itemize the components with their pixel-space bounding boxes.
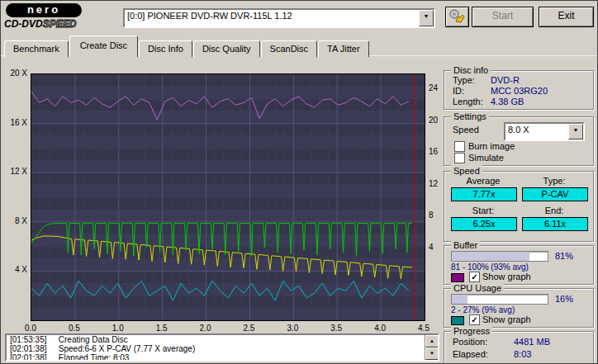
start-speed-label: Start: [451, 206, 515, 216]
speed-title: Speed [451, 165, 482, 177]
cpu-show-graph-label: Show graph [482, 314, 531, 325]
buffer-bar-fill [452, 252, 529, 261]
tab-ta-jitter[interactable]: TA Jitter [318, 40, 369, 57]
chart-canvas [31, 74, 425, 320]
tab-disc-quality[interactable]: Disc Quality [193, 40, 260, 57]
axis-tick-label: 12 [429, 179, 445, 188]
cpu-show-graph-checkbox[interactable]: ✓ [469, 314, 480, 325]
log-scrollbar[interactable]: ▲ ▼ [425, 335, 438, 360]
elapsed-label: Elapsed: [453, 349, 488, 360]
buffer-show-graph-label: Show graph [482, 272, 531, 282]
cpu-group: CPU Usage 16% 2 - 27% (9% avg) ✓ Show gr… [444, 288, 594, 328]
elapsed-value: 8:03 [514, 349, 531, 360]
axis-tick-label: 16 X [2, 118, 27, 127]
log-panel[interactable]: [01:53:35] Creating Data Disc [02:01:38]… [5, 333, 439, 362]
cpu-title: CPU Usage [451, 282, 504, 294]
average-speed-value: 7.77x [451, 187, 517, 201]
axis-tick-label: 0.5 [61, 324, 88, 333]
hand-disc-icon [449, 9, 465, 23]
cpu-color-swatch [451, 316, 464, 325]
buffer-group: Buffer 81% 81 - 100% (93% avg) ✓ Show gr… [444, 245, 594, 285]
axis-tick-label: 1.5 [149, 324, 175, 333]
chart-plot-area [31, 73, 425, 321]
speed-group: Speed Average Type: 7.77x P-CAV Start: E… [444, 171, 594, 242]
tab-benchmark[interactable]: Benchmark [4, 40, 69, 57]
start-button[interactable]: Start [472, 7, 534, 27]
disc-info-title: Disc info [451, 64, 491, 76]
axis-tick-label: 16 [429, 147, 445, 156]
position-label: Position: [453, 337, 487, 347]
scroll-down-icon[interactable]: ▼ [425, 347, 439, 360]
tab-disc-info[interactable]: Disc Info [139, 40, 192, 57]
log-line: [02:01:38] Speed:6-6 X P-CAV (7.77 X ave… [7, 344, 438, 353]
log-time: [02:01:38] [10, 345, 56, 353]
axis-tick-label: 20 X [2, 69, 27, 78]
disc-length-label: Length: [453, 97, 483, 107]
axis-tick-label: 20 [429, 116, 445, 125]
chevron-down-icon[interactable]: ▼ [568, 124, 583, 139]
tab-create-disc[interactable]: Create Disc [69, 35, 138, 57]
axis-tick-label: 2.5 [235, 324, 262, 333]
burn-image-label: Burn image [468, 141, 515, 152]
app-title-solid: CD-DVD [4, 18, 43, 30]
axis-tick-label: 2.0 [192, 324, 219, 333]
disc-id-label: ID: [453, 86, 464, 97]
cpu-percent: 16% [555, 294, 573, 305]
disc-id-value: MCC 03RG20 [491, 86, 548, 97]
scroll-up-icon[interactable]: ▲ [425, 335, 439, 347]
type-label: Type: [522, 176, 586, 187]
app-title-outline: SPEED [43, 18, 77, 30]
progress-title: Progress [451, 325, 492, 337]
settings-group: Settings Speed 8.0 X ▼ Burn image Simula… [444, 116, 594, 166]
tab-scandisc[interactable]: ScanDisc [261, 40, 317, 57]
axis-tick-label: 8 X [2, 216, 27, 225]
settings-title: Settings [451, 111, 489, 122]
log-text: Speed:6-6 X P-CAV (7.77 X average) [59, 344, 195, 353]
average-label: Average [451, 176, 515, 187]
buffer-percent: 81% [555, 251, 573, 262]
axis-tick-label: 4.0 [367, 324, 393, 333]
chevron-down-icon[interactable]: ▼ [419, 10, 434, 26]
axis-tick-label: 8 [429, 210, 445, 220]
start-speed-value: 6.25x [451, 217, 517, 231]
axis-tick-label: 0.0 [17, 324, 44, 333]
disc-type-value: DVD-R [491, 75, 520, 86]
speed-setting-label: Speed [453, 125, 479, 135]
buffer-show-graph-checkbox[interactable]: ✓ [469, 272, 480, 282]
disc-length-value: 4.38 GB [491, 97, 524, 107]
end-speed-value: 6.11x [522, 217, 588, 231]
position-value: 4481 MB [514, 337, 550, 347]
axis-tick-label: 24 [429, 83, 445, 92]
log-time: [01:53:35] [10, 336, 56, 344]
axis-tick-label: 1.0 [105, 324, 131, 333]
log-text: Creating Data Disc [59, 335, 128, 344]
simulate-checkbox[interactable] [454, 153, 465, 163]
burn-image-checkbox[interactable] [454, 141, 465, 152]
disc-info-group: Disc info Type: DVD-R ID: MCC 03RG20 Len… [444, 70, 594, 110]
speed-select[interactable]: 8.0 X ▼ [504, 122, 585, 141]
speed-chart: 20 X16 X12 X8 X4 X24201612840.00.51.01.5… [1, 63, 442, 335]
progress-group: Progress Position: 4481 MB Elapsed: 8:03 [444, 331, 594, 364]
axis-tick-label: 4 X [2, 265, 27, 274]
axis-tick-label: 4.5 [411, 324, 437, 333]
drive-tool-button[interactable] [445, 7, 469, 27]
drive-select-value: [0:0] PIONEER DVD-RW DVR-115L 1.12 [127, 10, 419, 22]
buffer-bar [451, 251, 548, 262]
speed-select-value: 8.0 X [508, 124, 568, 136]
exit-button[interactable]: Exit [539, 7, 594, 27]
log-time: [02:01:38] [10, 354, 56, 362]
end-speed-label: End: [522, 206, 586, 216]
cpu-bar [451, 294, 548, 305]
drive-select[interactable]: [0:0] PIONEER DVD-RW DVR-115L 1.12 ▼ [123, 8, 435, 28]
buffer-color-swatch [451, 273, 464, 282]
cpu-bar-fill [452, 295, 467, 304]
speed-type-value: P-CAV [522, 187, 588, 201]
axis-tick-label: 12 X [2, 167, 27, 176]
axis-tick-label: 4 [429, 243, 445, 252]
disc-type-label: Type: [453, 75, 475, 86]
axis-tick-label: 3.5 [323, 324, 349, 333]
app-window: nero CD-DVDSPEED [0:0] PIONEER DVD-RW DV… [0, 0, 598, 364]
log-text: Elapsed Time: 8:03 [59, 353, 130, 362]
axis-tick-label: 3.0 [279, 324, 306, 333]
tab-bar: Benchmark Create Disc Disc Info Disc Qua… [4, 38, 370, 57]
